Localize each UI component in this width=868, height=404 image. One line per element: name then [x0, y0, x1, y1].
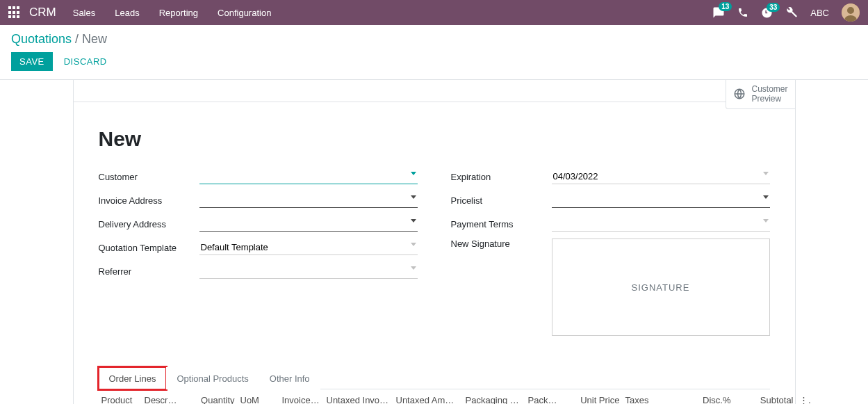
order-lines-table: Product Descr… Quantity UoM Invoice … Un… [99, 389, 810, 404]
customer-label: Customer [99, 172, 199, 182]
menu-sales[interactable]: Sales [73, 8, 96, 18]
messages-badge: 13 [719, 2, 732, 11]
kebab-icon[interactable]: ⋮ [796, 389, 810, 404]
col-packaging2[interactable]: Pack… [525, 389, 567, 404]
form-col-right: Expiration Pricelist Payment Terms [451, 168, 770, 341]
tab-order-lines[interactable]: Order Lines [99, 367, 167, 389]
debug-icon[interactable] [785, 6, 798, 19]
col-product[interactable]: Product [99, 389, 142, 404]
pricelist-label: Pricelist [451, 195, 552, 206]
tabs: Order Lines Optional Products Other Info [99, 366, 770, 389]
col-unit-price[interactable]: Unit Price [567, 389, 623, 404]
activities-badge: 33 [767, 3, 780, 12]
customer-preview-line1: Customer [751, 84, 787, 94]
col-quantity[interactable]: Quantity [182, 389, 238, 404]
menu-reporting[interactable]: Reporting [159, 8, 198, 18]
systray: 13 33 ABC [712, 3, 860, 22]
discard-button[interactable]: DISCARD [61, 52, 110, 71]
col-disc[interactable]: Disc.% [664, 389, 734, 404]
referrer-field[interactable] [199, 264, 418, 279]
phone-icon[interactable] [737, 7, 748, 18]
signature-placeholder: SIGNATURE [632, 282, 690, 293]
col-description[interactable]: Descr… [142, 389, 182, 404]
form-grid: Customer Invoice Address Delivery Addres… [74, 168, 795, 366]
menu-configuration[interactable]: Configuration [218, 8, 271, 18]
col-untaxed-inv[interactable]: Untaxed Invo… [324, 389, 393, 404]
payment-terms-label: Payment Terms [451, 219, 552, 229]
customer-preview-line2: Preview [751, 94, 787, 104]
expiration-label: Expiration [451, 172, 552, 182]
customer-field[interactable] [199, 169, 418, 184]
col-taxes[interactable]: Taxes [623, 389, 664, 404]
user-avatar[interactable] [842, 3, 860, 22]
activities-icon[interactable]: 33 [761, 7, 773, 19]
menu-leads[interactable]: Leads [115, 8, 139, 18]
apps-icon[interactable] [8, 6, 21, 19]
form-col-left: Customer Invoice Address Delivery Addres… [99, 168, 418, 341]
breadcrumb-separator: / [75, 32, 79, 46]
top-navbar: CRM Sales Leads Reporting Configuration … [0, 0, 868, 25]
referrer-label: Referrer [99, 266, 199, 277]
app-brand[interactable]: CRM [29, 6, 56, 19]
action-bar: SAVE DISCARD [0, 52, 868, 79]
breadcrumb: Quotations / New [11, 32, 857, 47]
messages-icon[interactable]: 13 [712, 6, 725, 19]
delivery-address-label: Delivery Address [99, 219, 199, 229]
tab-optional-products[interactable]: Optional Products [166, 367, 259, 389]
breadcrumb-bar: Quotations / New [0, 25, 868, 52]
tab-other-info[interactable]: Other Info [259, 367, 320, 389]
globe-icon [733, 88, 746, 100]
svg-point-1 [847, 7, 854, 14]
breadcrumb-current: New [82, 32, 107, 46]
customer-preview-button[interactable]: Customer Preview [726, 80, 794, 109]
pricelist-field[interactable] [552, 193, 770, 208]
col-subtotal[interactable]: Subtotal [734, 389, 796, 404]
quotation-template-field[interactable] [199, 240, 418, 255]
col-untaxed-am[interactable]: Untaxed Am… [393, 389, 463, 404]
signature-box[interactable]: SIGNATURE [552, 239, 770, 336]
col-uom[interactable]: UoM [238, 389, 279, 404]
delivery-address-field[interactable] [199, 216, 418, 232]
save-button[interactable]: SAVE [11, 52, 53, 71]
new-signature-label: New Signature [451, 239, 552, 249]
payment-terms-field[interactable] [552, 216, 770, 232]
invoice-address-field[interactable] [199, 193, 418, 208]
order-lines-table-wrap: Product Descr… Quantity UoM Invoice … Un… [74, 389, 795, 404]
col-packaging1[interactable]: Packaging … [463, 389, 525, 404]
quotation-template-label: Quotation Template [99, 243, 199, 253]
main-menu: Sales Leads Reporting Configuration [73, 8, 272, 18]
breadcrumb-parent[interactable]: Quotations [11, 32, 72, 46]
invoice-address-label: Invoice Address [99, 195, 199, 206]
user-name[interactable]: ABC [810, 8, 829, 18]
form-sheet: Customer Preview New Customer Invoice Ad… [73, 80, 796, 404]
expiration-field[interactable] [552, 169, 770, 184]
page-title: New [74, 102, 795, 168]
col-invoice[interactable]: Invoice … [279, 389, 324, 404]
